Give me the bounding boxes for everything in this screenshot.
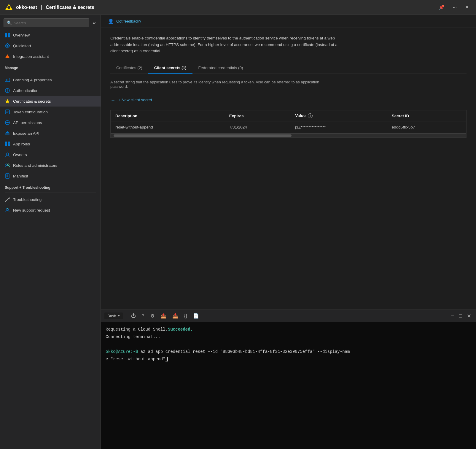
svg-rect-27 bbox=[6, 174, 9, 178]
sidebar-item-authentication[interactable]: Authentication bbox=[0, 85, 101, 96]
roles-icon bbox=[5, 163, 10, 168]
sidebar: 🔍 « Overview Quickstart bbox=[0, 15, 101, 449]
sidebar-item-label: Roles and administrators bbox=[13, 163, 57, 168]
title-bar-text: okko-test | Certificates & secrets bbox=[16, 5, 433, 10]
cell-secret-id: eddd5ffc-5b7 bbox=[387, 121, 466, 133]
branding-icon bbox=[5, 77, 10, 82]
title-bar-actions: 📌 ··· ✕ bbox=[436, 3, 471, 11]
terminal-file-btn[interactable]: 📄 bbox=[192, 312, 200, 319]
main-content: 👤 Got feedback? Credentials enable confi… bbox=[101, 15, 476, 310]
secrets-table: Description Expires Value i Secret ID bbox=[111, 110, 466, 133]
pin-button[interactable]: 📌 bbox=[436, 3, 447, 11]
close-button[interactable]: ✕ bbox=[463, 3, 471, 11]
terminal-braces-btn[interactable]: {} bbox=[183, 313, 189, 319]
title-separator: | bbox=[41, 5, 42, 10]
sidebar-item-label: Overview bbox=[13, 33, 30, 37]
tab-federated-credentials[interactable]: Federated credentials (0) bbox=[192, 63, 249, 74]
support-section-label: Support + Troubleshooting bbox=[0, 181, 101, 191]
token-icon bbox=[5, 109, 10, 115]
cell-description: reset-without-append bbox=[111, 121, 225, 133]
sidebar-item-certificates[interactable]: Certificates & secrets bbox=[0, 96, 101, 107]
expose-api-icon bbox=[5, 131, 10, 136]
terminal-minimize-btn[interactable]: − bbox=[450, 313, 456, 319]
sidebar-item-label: Branding & properties bbox=[13, 78, 52, 82]
credential-tabs: Certificates (2) Client secrets (1) Fede… bbox=[110, 63, 467, 74]
sidebar-item-new-support[interactable]: New support request bbox=[0, 205, 101, 215]
svg-point-25 bbox=[6, 164, 7, 166]
title-bar: okko-test | Certificates & secrets 📌 ···… bbox=[0, 0, 476, 15]
sidebar-item-label: Quickstart bbox=[13, 44, 31, 48]
feedback-link[interactable]: Got feedback? bbox=[116, 19, 141, 23]
sidebar-item-quickstart[interactable]: Quickstart bbox=[0, 40, 101, 51]
search-icon: 🔍 bbox=[7, 20, 12, 25]
svg-rect-3 bbox=[8, 33, 10, 35]
terminal-window-buttons: − □ ✕ bbox=[450, 313, 472, 319]
svg-rect-8 bbox=[6, 79, 7, 81]
sidebar-item-integration-assistant[interactable]: Integration assistant bbox=[0, 51, 101, 62]
sidebar-item-owners[interactable]: Owners bbox=[0, 149, 101, 160]
credentials-description: Credentials enable confidential applicat… bbox=[110, 35, 342, 54]
support-divider bbox=[5, 193, 96, 193]
terminal-tab-bash[interactable]: Bash ▾ bbox=[104, 312, 123, 319]
sidebar-item-token-config[interactable]: Token configuration bbox=[0, 107, 101, 117]
svg-rect-19 bbox=[5, 133, 9, 135]
owners-icon bbox=[5, 152, 10, 157]
more-button[interactable]: ··· bbox=[450, 4, 459, 11]
sidebar-item-label: Manifest bbox=[13, 174, 28, 178]
tab-certificates[interactable]: Certificates (2) bbox=[110, 63, 148, 74]
sidebar-navigation: Overview Quickstart Integration assistan… bbox=[0, 30, 101, 449]
terminal-settings-btn[interactable]: ⚙ bbox=[149, 312, 156, 319]
terminal-empty-line bbox=[106, 341, 471, 348]
tab-client-secrets[interactable]: Client secrets (1) bbox=[148, 63, 192, 74]
terminal-text-1: Requesting a Cloud Shell. bbox=[106, 327, 168, 332]
terminal-continuation-text: e "reset-without-append" bbox=[106, 357, 165, 361]
page-title: Certificates & secrets bbox=[46, 5, 94, 10]
terminal-upload-btn[interactable]: 📤 bbox=[159, 312, 168, 319]
svg-rect-22 bbox=[5, 144, 7, 146]
sidebar-item-manifest[interactable]: Manifest bbox=[0, 171, 101, 181]
svg-point-1 bbox=[7, 6, 10, 9]
sidebar-item-overview[interactable]: Overview bbox=[0, 30, 101, 40]
integration-icon bbox=[5, 54, 10, 59]
svg-rect-20 bbox=[5, 142, 7, 144]
collapse-sidebar-button[interactable]: « bbox=[92, 19, 97, 27]
terminal-command-text: az ad app credential reset --id "88303b4… bbox=[141, 349, 350, 354]
col-description: Description bbox=[111, 110, 225, 121]
search-box[interactable]: 🔍 bbox=[4, 18, 89, 27]
terminal-tab-arrow: ▾ bbox=[118, 314, 120, 318]
value-info-icon[interactable]: i bbox=[308, 113, 313, 118]
terminal-success-text: Succeeded. bbox=[168, 327, 193, 332]
sidebar-item-app-roles[interactable]: App roles bbox=[0, 139, 101, 149]
sidebar-item-roles-admins[interactable]: Roles and administrators bbox=[0, 160, 101, 171]
terminal-help-btn[interactable]: ? bbox=[141, 313, 146, 319]
new-client-secret-button[interactable]: ＋ + New client secret bbox=[110, 95, 152, 105]
troubleshooting-icon bbox=[5, 197, 10, 202]
terminal-body[interactable]: Requesting a Cloud Shell.Succeeded. Conn… bbox=[101, 322, 476, 449]
terminal-restore-btn[interactable]: □ bbox=[458, 313, 463, 319]
scrollbar-thumb[interactable] bbox=[114, 134, 292, 137]
sidebar-item-label: Troubleshooting bbox=[13, 197, 42, 202]
terminal-close-btn[interactable]: ✕ bbox=[466, 313, 472, 319]
search-input[interactable] bbox=[14, 21, 86, 25]
terminal-power-btn[interactable]: ⏻ bbox=[130, 313, 137, 319]
terminal-header: Bash ▾ ⏻ ? ⚙ 📤 📥 {} 📄 − □ ✕ bbox=[101, 310, 476, 322]
svg-point-26 bbox=[7, 164, 9, 166]
sidebar-item-expose-api[interactable]: Expose an API bbox=[0, 128, 101, 139]
app-name: okko-test bbox=[16, 5, 37, 10]
table-row: reset-without-append 7/31/2024 j3Z******… bbox=[111, 121, 466, 133]
horizontal-scrollbar[interactable] bbox=[111, 133, 466, 137]
secrets-table-container[interactable]: Description Expires Value i Secret ID bbox=[110, 110, 467, 138]
terminal-panel: Bash ▾ ⏻ ? ⚙ 📤 📥 {} 📄 − □ ✕ bbox=[101, 310, 476, 449]
svg-marker-10 bbox=[5, 99, 10, 104]
terminal-download-btn[interactable]: 📥 bbox=[171, 312, 179, 319]
terminal-toolbar: ⏻ ? ⚙ 📤 📥 {} 📄 bbox=[130, 312, 200, 319]
sidebar-item-branding[interactable]: Branding & properties bbox=[0, 74, 101, 85]
manage-section-label: Manage bbox=[0, 62, 101, 72]
sidebar-item-troubleshooting[interactable]: Troubleshooting bbox=[0, 194, 101, 205]
content-header: 👤 Got feedback? bbox=[101, 15, 476, 28]
authentication-icon bbox=[5, 88, 10, 93]
sidebar-item-api-permissions[interactable]: API permissions bbox=[0, 117, 101, 128]
terminal-continuation-line: e "reset-without-append"▌ bbox=[106, 356, 471, 362]
col-value: Value i bbox=[290, 110, 387, 121]
terminal-line-2: Connecting terminal... bbox=[106, 334, 471, 340]
